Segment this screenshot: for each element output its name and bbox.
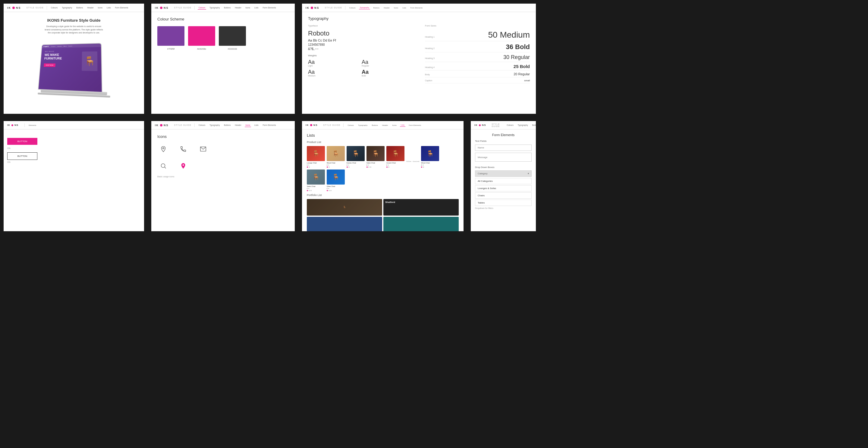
laptop-mockup-container: IK◉NS Furniture Collection About Contact… — [41, 39, 107, 99]
panel-typography: IK NS STYLE GUIDE Colours Typography But… — [302, 4, 536, 114]
dropdown-all-categories[interactable]: All Categories — [475, 178, 532, 184]
nav-bar-1: IK NS STYLE GUIDE Colours Typography But… — [4, 4, 144, 12]
phone-icon — [177, 143, 189, 155]
dropdown-category[interactable]: Category ▾ — [475, 170, 532, 177]
weight-bold-label: Bold — [362, 75, 413, 77]
nav-form-5[interactable]: Form Elements — [261, 124, 277, 127]
nav-colours-6[interactable]: Colours — [347, 124, 355, 127]
product-price-8: £ •• — [327, 187, 345, 189]
dropdown-tables[interactable]: Tables — [475, 200, 532, 206]
dropdown-chairs[interactable]: Chairs — [475, 193, 532, 199]
product-img-6: 🪑 — [421, 146, 439, 161]
nav-form-2[interactable]: Form Elements — [261, 6, 277, 9]
nav-lists-2[interactable]: Lists — [253, 6, 259, 9]
product-price-4: £ •• — [367, 164, 384, 166]
portfolio-item-2-label: Shatford — [385, 201, 457, 204]
nav-bar-5: IK NS STYLE GUIDE Colours Typography But… — [151, 121, 295, 130]
panel-icons: IK NS STYLE GUIDE Colours Typography But… — [151, 121, 295, 231]
nav-icons-2[interactable]: Icons — [245, 6, 251, 9]
product-dots-4 — [367, 167, 384, 168]
heading-1-label: Heading 1 — [425, 36, 435, 38]
colours-title: Colour Scheme — [157, 17, 289, 22]
style-guide-label-5: STYLE GUIDE — [174, 124, 191, 126]
style-guide-label-7: STYLE GUIDE — [492, 123, 500, 127]
product-img-4: 🪑 — [367, 146, 384, 161]
product-img-2: 🪑 — [327, 146, 345, 161]
nav-icons-6[interactable]: Icons — [392, 124, 398, 127]
nav-header-2[interactable]: Header — [234, 6, 242, 9]
nav-elements-4[interactable]: Elements — [28, 124, 37, 127]
nav-lists-6[interactable]: Lists — [400, 124, 405, 127]
nav-buttons-7[interactable]: Buttons — [531, 124, 536, 127]
panel-lists: IK NS STYLE GUIDE Colours Typography But… — [302, 121, 464, 231]
nav-form-3[interactable]: Form Elements — [410, 6, 424, 9]
swatch-pink: #e9208c — [188, 26, 215, 50]
product-img-8: 🪑 — [327, 170, 345, 184]
envelope-svg — [200, 146, 207, 152]
laptop-mockup: IK◉NS Furniture Collection About Contact… — [38, 43, 102, 93]
font-size-h1: Heading 1 50 Medium — [425, 30, 530, 41]
logo-dot-7 — [479, 124, 481, 126]
logo-1: IK NS — [7, 6, 21, 9]
nav-lists-3[interactable]: Lists — [401, 6, 407, 9]
nav-icons-1[interactable]: Icons — [97, 6, 104, 9]
secondary-button[interactable]: BUTTON — [7, 152, 37, 160]
nav-colours-2[interactable]: Colours — [198, 6, 206, 10]
colours-content: Colour Scheme #7f3f9f #e9208c #333333 — [151, 12, 295, 55]
icons-content: Icons — [151, 130, 295, 182]
envelope-icon — [197, 143, 209, 155]
nav-form-6[interactable]: Form Elements — [408, 124, 422, 127]
dropdown-chevron: ▾ — [528, 172, 529, 175]
nav-form-1[interactable]: Form Elements — [114, 6, 129, 9]
nav-buttons-6[interactable]: Buttons — [371, 124, 378, 127]
dropdown-note: Dropdown for filters — [475, 207, 532, 209]
font-chars: Aa Bb Cc Dd Ee Ff — [308, 38, 413, 42]
panel-cover: IK NS STYLE GUIDE Colours Typography But… — [4, 4, 144, 114]
form-elements-content: Form Elements Text Fields Drop Down Boxe… — [471, 130, 536, 213]
nav-colours-5[interactable]: Colours — [198, 124, 206, 127]
dropdown-lounges[interactable]: Lounges & Sofas — [475, 185, 532, 192]
nav-lists-1[interactable]: Lists — [106, 6, 112, 9]
weight-regular-label: Regular — [362, 65, 413, 67]
nav-buttons-2[interactable]: Buttons — [223, 6, 231, 9]
nav-typography-7[interactable]: Typography — [517, 124, 529, 127]
typography-columns: Typeface Roboto Aa Bb Cc Dd Ee Ff 123456… — [308, 24, 530, 85]
icons-grid — [157, 143, 289, 172]
nav-colours-7[interactable]: Colours — [506, 124, 514, 127]
font-size-h4: Heading 4 25 Bold — [425, 64, 530, 70]
nav-bar-4: IK NS Elements — [4, 121, 144, 130]
nav-lists-5[interactable]: Lists — [253, 124, 259, 127]
nav-bar-7: IK NS STYLE GUIDE Colours Typography But… — [471, 121, 536, 130]
weight-bold-sample: Aa — [362, 69, 413, 75]
nav-buttons-1[interactable]: Buttons — [75, 6, 84, 9]
logo-3: IK NS — [306, 6, 319, 9]
nav-typography-2[interactable]: Typography — [209, 6, 221, 9]
message-field[interactable] — [475, 153, 532, 162]
style-guide-label-6: STYLE GUIDE — [323, 124, 340, 126]
name-field[interactable] — [475, 144, 532, 151]
nav-typography-5[interactable]: Typography — [209, 124, 221, 127]
nav-colours-1[interactable]: Colours — [50, 6, 59, 9]
nav-typography-3[interactable]: Typography — [359, 6, 370, 9]
nav-colours-3[interactable]: Colours — [348, 6, 356, 9]
lists-title: Lists — [307, 133, 459, 138]
nav-icons-3[interactable]: Icons — [393, 6, 399, 9]
nav-typography-6[interactable]: Typography — [357, 124, 368, 127]
nav-buttons-5[interactable]: Buttons — [223, 124, 231, 127]
cover-content: IKONS Furniture Style Guide Developing a… — [4, 12, 144, 102]
product-card-6: 🪑 Wood Chair £ •• — [421, 146, 439, 168]
nav-header-1[interactable]: Header — [86, 6, 94, 9]
nav-icons-5[interactable]: Icons — [245, 124, 251, 127]
nav-header-5[interactable]: Header — [234, 124, 242, 127]
nav-typography-1[interactable]: Typography — [61, 6, 73, 9]
primary-button[interactable]: BUTTON — [7, 138, 37, 145]
nav-buttons-3[interactable]: Buttons — [373, 6, 380, 9]
product-price-5: £ •• — [386, 164, 404, 166]
product-price-7: £ •• — [307, 187, 325, 189]
panel-colours: IK NS STYLE GUIDE Colours Typography But… — [151, 4, 295, 114]
phone-svg — [180, 146, 187, 152]
nav-header-3[interactable]: Header — [383, 6, 391, 9]
nav-header-6[interactable]: Header — [381, 124, 389, 127]
logo-4: IK NS — [7, 124, 19, 127]
style-guide-label-2: STYLE GUIDE — [174, 7, 191, 9]
